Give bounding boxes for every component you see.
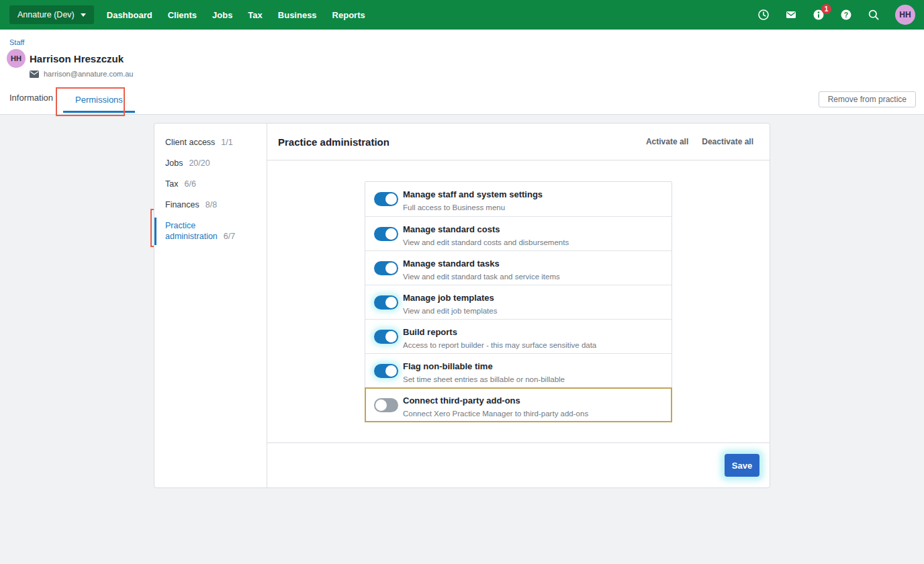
permission-text: Manage standard costs View and edit stan… [403, 225, 569, 246]
toggle-manage-staff[interactable] [374, 192, 398, 206]
permission-row-standard-tasks: Manage standard tasks View and edit stan… [365, 250, 672, 285]
section-title: Practice administration [278, 136, 389, 148]
toggle-standard-costs[interactable] [374, 227, 398, 241]
permission-row-third-party-addons: Connect third-party add-ons Connect Xero… [365, 387, 672, 422]
breadcrumb-staff-link[interactable]: Staff [9, 38, 24, 46]
staff-name: Harrison Hreszczuk [30, 53, 124, 64]
permission-title: Manage staff and system settings [403, 190, 543, 200]
remove-from-practice-button[interactable]: Remove from practice [819, 91, 916, 107]
nav-item-jobs[interactable]: Jobs [212, 10, 232, 20]
toggle-knob [385, 365, 397, 377]
sidebar-item-count: 1/1 [221, 138, 232, 147]
sidebar-item-count: 6/7 [224, 232, 235, 241]
section-header: Practice administration Activate all Dea… [267, 124, 770, 160]
permission-title: Connect third-party add-ons [403, 396, 588, 406]
bulk-actions: Activate all Deactivate all [646, 137, 753, 146]
permission-row-non-billable-time: Flag non-billable time Set time sheet en… [365, 353, 672, 387]
permissions-main: Practice administration Activate all Dea… [267, 124, 770, 487]
toggle-standard-tasks[interactable] [374, 261, 398, 275]
permission-text: Manage staff and system settings Full ac… [403, 190, 543, 211]
tab-information[interactable]: Information [9, 93, 53, 114]
user-avatar[interactable]: HH [895, 5, 915, 25]
staff-profile-header: Staff HH Harrison Hreszczuk harrison@ann… [0, 30, 924, 115]
page: Annature (Dev) Dashboard Clients Jobs Ta… [0, 0, 924, 564]
permission-description: View and edit job templates [403, 307, 497, 315]
permission-row-manage-staff: Manage staff and system settings Full ac… [365, 182, 672, 216]
top-nav-bar: Annature (Dev) Dashboard Clients Jobs Ta… [0, 0, 924, 30]
permissions-sidebar: Client access1/1 Jobs20/20 Tax6/6 Financ… [154, 124, 267, 487]
toggle-third-party-addons[interactable] [374, 398, 398, 412]
toggle-job-templates[interactable] [374, 295, 398, 310]
svg-text:?: ? [844, 11, 848, 19]
chevron-down-icon [81, 13, 86, 17]
sidebar-item-finances[interactable]: Finances8/8 [154, 195, 267, 216]
permission-description: Full access to Business menu [403, 203, 543, 211]
permission-row-build-reports: Build reports Access to report builder -… [365, 319, 672, 353]
org-selector-label: Annature (Dev) [17, 10, 75, 19]
permission-title: Flag non-billable time [403, 362, 565, 372]
staff-avatar: HH [7, 49, 26, 68]
notification-badge: 1 [821, 4, 831, 14]
sidebar-item-label: Tax [165, 179, 178, 189]
sidebar-item-client-access[interactable]: Client access1/1 [154, 132, 267, 153]
permission-title: Manage job templates [403, 293, 497, 303]
sidebar-item-tax[interactable]: Tax6/6 [154, 174, 267, 195]
clock-icon[interactable] [757, 9, 770, 21]
toggle-knob [385, 331, 397, 342]
sidebar-item-count: 6/6 [184, 179, 195, 189]
permissions-panel: Client access1/1 Jobs20/20 Tax6/6 Financ… [154, 123, 770, 488]
permission-description: Set time sheet entries as billable or no… [403, 375, 565, 383]
nav-item-dashboard[interactable]: Dashboard [107, 10, 152, 20]
nav-item-tax[interactable]: Tax [248, 10, 262, 20]
permission-title: Manage standard costs [403, 225, 569, 235]
permission-text: Manage standard tasks View and edit stan… [403, 259, 560, 281]
permission-row-job-templates: Manage job templates View and edit job t… [365, 285, 672, 319]
deactivate-all-link[interactable]: Deactivate all [702, 137, 753, 146]
nav-item-reports[interactable]: Reports [332, 10, 365, 20]
toggle-build-reports[interactable] [374, 330, 398, 344]
toggle-knob [385, 228, 397, 240]
toggle-knob [385, 263, 397, 274]
mail-icon[interactable] [785, 9, 797, 21]
permission-text: Connect third-party add-ons Connect Xero… [403, 396, 588, 418]
org-selector-dropdown[interactable]: Annature (Dev) [9, 5, 94, 24]
sidebar-item-count: 20/20 [189, 158, 210, 168]
panel-footer: Save [267, 442, 770, 487]
sidebar-item-count: 8/8 [205, 200, 217, 209]
sidebar-item-label: Client access [165, 138, 215, 147]
staff-email-row: harrison@annature.com.au [30, 70, 133, 78]
primary-nav: Dashboard Clients Jobs Tax Business Repo… [107, 10, 365, 20]
toggle-knob [385, 193, 397, 205]
nav-item-business[interactable]: Business [278, 10, 317, 20]
staff-email: harrison@annature.com.au [44, 70, 133, 78]
envelope-icon [30, 70, 39, 78]
sidebar-item-jobs[interactable]: Jobs20/20 [154, 153, 267, 174]
activate-all-link[interactable]: Activate all [646, 137, 688, 146]
toggle-non-billable-time[interactable] [374, 364, 398, 378]
profile-tabs: Information Permissions [9, 93, 135, 114]
sidebar-item-practice-administration[interactable]: Practice administration6/7 [154, 216, 267, 248]
notifications-info-icon[interactable]: 1 [813, 9, 825, 21]
help-icon[interactable]: ? [840, 9, 852, 21]
permission-text: Manage job templates View and edit job t… [403, 293, 497, 315]
header-actions: 1 ? HH [757, 5, 915, 25]
toggle-knob [385, 297, 397, 308]
permission-text: Build reports Access to report builder -… [403, 328, 596, 349]
permission-title: Build reports [403, 328, 596, 338]
permission-description: View and edit standard task and service … [403, 273, 560, 281]
permissions-card: Manage staff and system settings Full ac… [365, 181, 672, 422]
permission-description: View and edit standard costs and disburs… [403, 238, 569, 246]
search-icon[interactable] [868, 9, 880, 21]
permission-title: Manage standard tasks [403, 259, 560, 269]
sidebar-item-label: Finances [165, 200, 199, 209]
permission-text: Flag non-billable time Set time sheet en… [403, 362, 565, 383]
permission-description: Connect Xero Practice Manager to third-p… [403, 410, 588, 418]
sidebar-item-label: Jobs [165, 158, 183, 168]
toggle-knob [375, 399, 387, 411]
sidebar-item-label: Practice administration [165, 221, 218, 242]
permission-row-standard-costs: Manage standard costs View and edit stan… [365, 216, 672, 250]
nav-item-clients[interactable]: Clients [168, 10, 197, 20]
tab-permissions[interactable]: Permissions [63, 95, 135, 114]
save-button[interactable]: Save [725, 454, 759, 477]
permission-description: Access to report builder - this may surf… [403, 341, 596, 349]
